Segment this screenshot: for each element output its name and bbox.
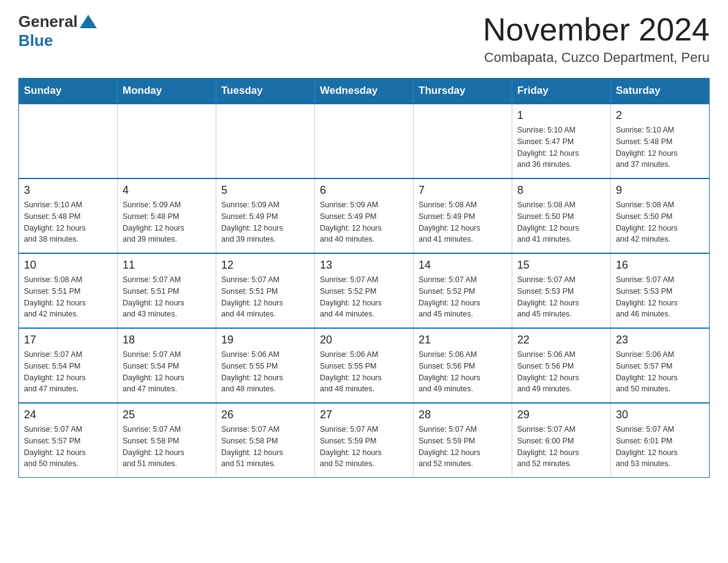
calendar-cell: 24Sunrise: 5:07 AM Sunset: 5:57 PM Dayli… [19, 403, 118, 478]
day-number: 20 [320, 334, 408, 347]
day-info: Sunrise: 5:10 AM Sunset: 5:48 PM Dayligh… [24, 199, 112, 245]
calendar-cell: 1Sunrise: 5:10 AM Sunset: 5:47 PM Daylig… [512, 104, 611, 178]
day-number: 30 [616, 408, 704, 421]
day-info: Sunrise: 5:07 AM Sunset: 5:52 PM Dayligh… [320, 274, 408, 320]
day-number: 11 [123, 259, 211, 272]
calendar-table: SundayMondayTuesdayWednesdayThursdayFrid… [18, 78, 710, 478]
weekday-header-row: SundayMondayTuesdayWednesdayThursdayFrid… [19, 79, 710, 104]
logo-blue-text: Blue [18, 31, 53, 50]
day-number: 17 [24, 334, 112, 347]
day-info: Sunrise: 5:06 AM Sunset: 5:55 PM Dayligh… [221, 349, 309, 395]
day-number: 22 [517, 334, 605, 347]
day-number: 24 [24, 408, 112, 421]
weekday-header-saturday: Saturday [611, 79, 710, 104]
calendar-cell: 15Sunrise: 5:07 AM Sunset: 5:53 PM Dayli… [512, 253, 611, 328]
day-info: Sunrise: 5:06 AM Sunset: 5:56 PM Dayligh… [419, 349, 507, 395]
day-number: 9 [616, 184, 704, 197]
calendar-cell: 27Sunrise: 5:07 AM Sunset: 5:59 PM Dayli… [315, 403, 414, 478]
day-info: Sunrise: 5:07 AM Sunset: 5:58 PM Dayligh… [123, 424, 211, 470]
day-info: Sunrise: 5:08 AM Sunset: 5:51 PM Dayligh… [24, 274, 112, 320]
day-number: 7 [419, 184, 507, 197]
calendar-cell: 14Sunrise: 5:07 AM Sunset: 5:52 PM Dayli… [414, 253, 512, 328]
calendar-cell: 23Sunrise: 5:06 AM Sunset: 5:57 PM Dayli… [611, 328, 710, 403]
calendar-cell: 6Sunrise: 5:09 AM Sunset: 5:49 PM Daylig… [315, 178, 414, 253]
calendar-cell: 12Sunrise: 5:07 AM Sunset: 5:51 PM Dayli… [216, 253, 315, 328]
day-info: Sunrise: 5:07 AM Sunset: 5:52 PM Dayligh… [419, 274, 507, 320]
weekday-header-tuesday: Tuesday [216, 79, 315, 104]
day-info: Sunrise: 5:06 AM Sunset: 5:55 PM Dayligh… [320, 349, 408, 395]
week-row-0: 1Sunrise: 5:10 AM Sunset: 5:47 PM Daylig… [19, 104, 710, 178]
day-number: 12 [221, 259, 309, 272]
weekday-header-sunday: Sunday [19, 79, 118, 104]
day-number: 13 [320, 259, 408, 272]
day-info: Sunrise: 5:06 AM Sunset: 5:56 PM Dayligh… [517, 349, 605, 395]
weekday-header-wednesday: Wednesday [315, 79, 414, 104]
calendar-cell: 16Sunrise: 5:07 AM Sunset: 5:53 PM Dayli… [611, 253, 710, 328]
day-info: Sunrise: 5:09 AM Sunset: 5:49 PM Dayligh… [221, 199, 309, 245]
logo: General Blue [18, 12, 97, 50]
day-info: Sunrise: 5:07 AM Sunset: 5:54 PM Dayligh… [123, 349, 211, 395]
calendar-cell [414, 104, 512, 178]
day-info: Sunrise: 5:07 AM Sunset: 5:53 PM Dayligh… [517, 274, 605, 320]
day-info: Sunrise: 5:07 AM Sunset: 5:51 PM Dayligh… [221, 274, 309, 320]
calendar-cell: 18Sunrise: 5:07 AM Sunset: 5:54 PM Dayli… [118, 328, 216, 403]
logo-triangle-icon [80, 15, 97, 28]
day-number: 3 [24, 184, 112, 197]
day-number: 18 [123, 334, 211, 347]
day-info: Sunrise: 5:07 AM Sunset: 5:58 PM Dayligh… [221, 424, 309, 470]
week-row-2: 10Sunrise: 5:08 AM Sunset: 5:51 PM Dayli… [19, 253, 710, 328]
day-info: Sunrise: 5:09 AM Sunset: 5:49 PM Dayligh… [320, 199, 408, 245]
day-number: 29 [517, 408, 605, 421]
weekday-header-thursday: Thursday [414, 79, 512, 104]
day-number: 21 [419, 334, 507, 347]
day-number: 4 [123, 184, 211, 197]
calendar-cell [19, 104, 118, 178]
calendar-cell: 30Sunrise: 5:07 AM Sunset: 6:01 PM Dayli… [611, 403, 710, 478]
day-number: 15 [517, 259, 605, 272]
day-info: Sunrise: 5:07 AM Sunset: 6:00 PM Dayligh… [517, 424, 605, 470]
calendar-cell: 4Sunrise: 5:09 AM Sunset: 5:48 PM Daylig… [118, 178, 216, 253]
day-info: Sunrise: 5:07 AM Sunset: 5:57 PM Dayligh… [24, 424, 112, 470]
day-info: Sunrise: 5:07 AM Sunset: 6:01 PM Dayligh… [616, 424, 704, 470]
calendar-cell [118, 104, 216, 178]
calendar-cell: 10Sunrise: 5:08 AM Sunset: 5:51 PM Dayli… [19, 253, 118, 328]
day-number: 25 [123, 408, 211, 421]
calendar-cell: 7Sunrise: 5:08 AM Sunset: 5:49 PM Daylig… [414, 178, 512, 253]
day-number: 27 [320, 408, 408, 421]
calendar-cell: 9Sunrise: 5:08 AM Sunset: 5:50 PM Daylig… [611, 178, 710, 253]
day-number: 28 [419, 408, 507, 421]
calendar-cell: 19Sunrise: 5:06 AM Sunset: 5:55 PM Dayli… [216, 328, 315, 403]
calendar-cell: 20Sunrise: 5:06 AM Sunset: 5:55 PM Dayli… [315, 328, 414, 403]
calendar-cell: 11Sunrise: 5:07 AM Sunset: 5:51 PM Dayli… [118, 253, 216, 328]
day-number: 14 [419, 259, 507, 272]
day-info: Sunrise: 5:06 AM Sunset: 5:57 PM Dayligh… [616, 349, 704, 395]
week-row-4: 24Sunrise: 5:07 AM Sunset: 5:57 PM Dayli… [19, 403, 710, 478]
week-row-3: 17Sunrise: 5:07 AM Sunset: 5:54 PM Dayli… [19, 328, 710, 403]
calendar-cell [216, 104, 315, 178]
day-number: 8 [517, 184, 605, 197]
day-info: Sunrise: 5:07 AM Sunset: 5:59 PM Dayligh… [419, 424, 507, 470]
calendar-cell: 29Sunrise: 5:07 AM Sunset: 6:00 PM Dayli… [512, 403, 611, 478]
day-number: 16 [616, 259, 704, 272]
calendar-cell: 26Sunrise: 5:07 AM Sunset: 5:58 PM Dayli… [216, 403, 315, 478]
logo-general-text: General [18, 12, 78, 31]
day-number: 2 [616, 109, 704, 122]
day-number: 10 [24, 259, 112, 272]
day-number: 6 [320, 184, 408, 197]
calendar-cell: 5Sunrise: 5:09 AM Sunset: 5:49 PM Daylig… [216, 178, 315, 253]
day-info: Sunrise: 5:07 AM Sunset: 5:54 PM Dayligh… [24, 349, 112, 395]
day-number: 26 [221, 408, 309, 421]
page-subtitle: Combapata, Cuzco Department, Peru [483, 50, 710, 66]
calendar-cell: 8Sunrise: 5:08 AM Sunset: 5:50 PM Daylig… [512, 178, 611, 253]
svg-marker-0 [80, 15, 97, 28]
day-number: 19 [221, 334, 309, 347]
day-info: Sunrise: 5:07 AM Sunset: 5:53 PM Dayligh… [616, 274, 704, 320]
day-number: 5 [221, 184, 309, 197]
weekday-header-friday: Friday [512, 79, 611, 104]
calendar-cell: 25Sunrise: 5:07 AM Sunset: 5:58 PM Dayli… [118, 403, 216, 478]
day-info: Sunrise: 5:10 AM Sunset: 5:47 PM Dayligh… [517, 124, 605, 170]
title-area: November 2024 Combapata, Cuzco Departmen… [483, 12, 710, 66]
calendar-cell: 17Sunrise: 5:07 AM Sunset: 5:54 PM Dayli… [19, 328, 118, 403]
weekday-header-monday: Monday [118, 79, 216, 104]
page-title: November 2024 [483, 12, 710, 47]
